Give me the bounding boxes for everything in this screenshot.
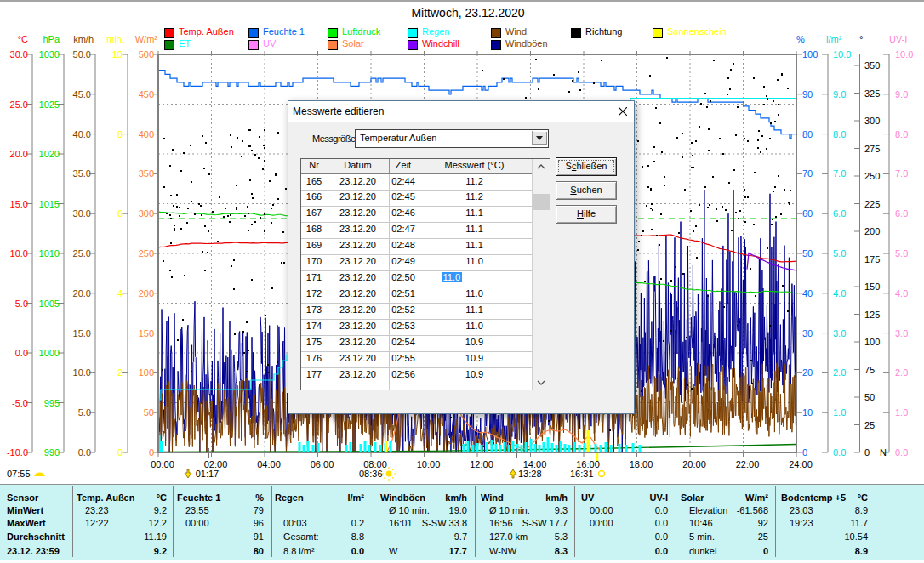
svg-text:l/m²: l/m² (826, 34, 842, 44)
svg-text:°: ° (859, 34, 863, 44)
svg-text:400: 400 (139, 129, 154, 139)
svg-text:30: 30 (802, 328, 813, 338)
svg-text:60: 60 (802, 208, 813, 219)
svg-text:5.0: 5.0 (15, 299, 28, 309)
svg-text:7.0: 7.0 (833, 168, 846, 179)
svg-text:5.0: 5.0 (78, 407, 91, 418)
svg-text:25.0: 25.0 (10, 100, 28, 110)
svg-text:16:31: 16:31 (570, 469, 594, 479)
svg-text:00:00: 00:00 (151, 459, 174, 469)
svg-text:4.0: 4.0 (833, 288, 846, 299)
svg-text:1030: 1030 (39, 49, 60, 60)
svg-text:0: 0 (802, 447, 807, 458)
svg-text:-10.0: -10.0 (7, 447, 28, 458)
svg-text:30.0: 30.0 (10, 49, 28, 60)
svg-text:25: 25 (864, 420, 875, 430)
svg-text:12:00: 12:00 (470, 459, 493, 469)
svg-text:175: 175 (864, 254, 880, 264)
svg-text:10.0: 10.0 (10, 248, 28, 259)
svg-text:min.: min. (106, 34, 124, 44)
svg-text:3.0: 3.0 (833, 328, 846, 338)
svg-text:4: 4 (117, 288, 123, 299)
svg-text:07:55: 07:55 (7, 469, 31, 479)
svg-text:04:00: 04:00 (257, 459, 281, 469)
svg-text:40: 40 (802, 288, 813, 299)
svg-text:4.0: 4.0 (895, 288, 908, 299)
svg-text:0.0: 0.0 (78, 447, 91, 458)
svg-text:350: 350 (139, 168, 154, 179)
svg-text:10: 10 (802, 407, 813, 418)
svg-text:350: 350 (864, 60, 880, 71)
svg-text:1025: 1025 (39, 100, 60, 110)
svg-text:8.0: 8.0 (833, 129, 846, 139)
svg-text:10.0: 10.0 (73, 367, 91, 378)
svg-text:0.0: 0.0 (833, 447, 846, 458)
svg-text:10:00: 10:00 (417, 459, 441, 469)
svg-text:250: 250 (139, 248, 154, 259)
svg-text:500: 500 (139, 49, 154, 60)
svg-text:%: % (796, 34, 805, 44)
svg-text:450: 450 (139, 89, 154, 100)
svg-text:200: 200 (864, 226, 880, 236)
svg-text:6.0: 6.0 (833, 208, 846, 219)
svg-text:3.0: 3.0 (895, 328, 908, 338)
svg-text:100: 100 (139, 367, 154, 378)
svg-text:50: 50 (144, 407, 154, 418)
svg-text:100: 100 (864, 337, 880, 347)
svg-text:°C: °C (18, 34, 28, 44)
svg-text:0.0: 0.0 (895, 447, 908, 458)
svg-text:6: 6 (117, 208, 123, 219)
svg-text:2.0: 2.0 (833, 367, 846, 378)
svg-text:24:00: 24:00 (789, 459, 813, 469)
svg-text:50: 50 (864, 392, 875, 402)
svg-text:90: 90 (802, 89, 813, 100)
svg-text:06:00: 06:00 (311, 459, 334, 469)
svg-text:0: 0 (149, 447, 154, 458)
svg-text:13:28: 13:28 (518, 469, 542, 479)
svg-text:40.0: 40.0 (73, 129, 91, 139)
svg-text:km/h: km/h (73, 34, 94, 44)
svg-text:300: 300 (139, 208, 154, 219)
svg-text:hPa: hPa (43, 34, 60, 44)
svg-text:75: 75 (864, 365, 875, 375)
svg-text:10.0: 10.0 (895, 49, 913, 60)
svg-text:15.0: 15.0 (73, 328, 91, 338)
svg-text:35.0: 35.0 (73, 168, 91, 179)
svg-text:1.0: 1.0 (895, 407, 908, 418)
svg-text:0.0: 0.0 (15, 348, 28, 358)
svg-text:995: 995 (44, 398, 60, 408)
svg-text:10.0: 10.0 (833, 49, 851, 60)
svg-text:W/m²: W/m² (135, 34, 158, 44)
svg-text:1015: 1015 (39, 199, 60, 209)
svg-text:250: 250 (864, 171, 880, 181)
svg-text:1010: 1010 (39, 248, 60, 259)
svg-text:2.0: 2.0 (895, 367, 908, 378)
svg-text:80: 80 (802, 129, 813, 139)
svg-text:10: 10 (112, 49, 123, 60)
svg-text:8: 8 (117, 129, 123, 139)
svg-text:1000: 1000 (39, 348, 60, 358)
svg-text:UV-I: UV-I (889, 34, 907, 44)
svg-text:30.0: 30.0 (73, 208, 91, 219)
svg-text:20: 20 (802, 367, 813, 378)
svg-text:8.0: 8.0 (895, 129, 908, 139)
svg-text:0: 0 (864, 447, 870, 458)
svg-text:325: 325 (864, 88, 880, 99)
svg-text:18:00: 18:00 (630, 459, 653, 469)
svg-text:-5.0: -5.0 (12, 398, 28, 408)
svg-text:9.0: 9.0 (833, 89, 846, 100)
svg-text:-01:17: -01:17 (192, 469, 219, 479)
svg-text:9.0: 9.0 (895, 89, 908, 100)
svg-text:275: 275 (864, 144, 880, 154)
svg-text:N: N (880, 447, 887, 458)
svg-text:100: 100 (802, 49, 818, 60)
svg-text:7.0: 7.0 (895, 168, 908, 179)
svg-text:150: 150 (864, 282, 880, 292)
svg-text:150: 150 (139, 328, 154, 338)
svg-text:5.0: 5.0 (833, 248, 846, 259)
svg-text:20:00: 20:00 (682, 459, 706, 469)
svg-text:2: 2 (117, 367, 123, 378)
svg-text:20.0: 20.0 (10, 149, 28, 159)
svg-text:6.0: 6.0 (895, 208, 908, 219)
svg-text:125: 125 (864, 310, 880, 320)
